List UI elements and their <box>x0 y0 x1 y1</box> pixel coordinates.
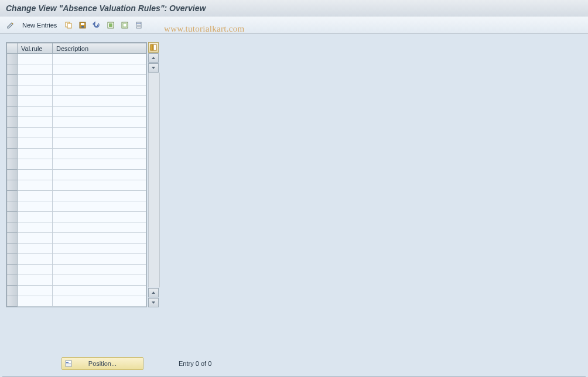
cell-description[interactable] <box>53 222 146 233</box>
cell-description[interactable] <box>53 180 146 191</box>
cell-description[interactable] <box>53 75 146 85</box>
row-selector[interactable] <box>7 296 18 307</box>
row-selector[interactable] <box>7 159 18 170</box>
cell-valrule[interactable] <box>18 149 53 159</box>
cell-description[interactable] <box>53 128 146 138</box>
copy-icon[interactable] <box>63 19 74 31</box>
cell-valrule[interactable] <box>18 201 53 212</box>
cell-valrule[interactable] <box>18 244 53 254</box>
row-selector-header[interactable] <box>7 43 18 54</box>
cell-description[interactable] <box>53 286 146 296</box>
cell-valrule[interactable] <box>18 191 53 201</box>
row-selector[interactable] <box>7 180 18 191</box>
cell-description[interactable] <box>53 296 146 307</box>
cell-valrule[interactable] <box>18 54 53 64</box>
cell-valrule[interactable] <box>18 117 53 128</box>
table-row <box>7 254 146 265</box>
cell-valrule[interactable] <box>18 170 53 180</box>
cell-description[interactable] <box>53 107 146 117</box>
cell-valrule[interactable] <box>18 180 53 191</box>
cell-valrule[interactable] <box>18 96 53 107</box>
row-selector[interactable] <box>7 201 18 212</box>
row-selector[interactable] <box>7 64 18 75</box>
row-selector[interactable] <box>7 149 18 159</box>
row-selector[interactable] <box>7 191 18 201</box>
cell-description[interactable] <box>53 149 146 159</box>
cell-description[interactable] <box>53 159 146 170</box>
table-settings-icon[interactable] <box>148 42 159 53</box>
row-selector[interactable] <box>7 244 18 254</box>
column-header-description[interactable]: Description <box>53 43 146 54</box>
table-row <box>7 191 146 201</box>
cell-valrule[interactable] <box>18 64 53 75</box>
cell-description[interactable] <box>53 138 146 149</box>
column-header-valrule[interactable]: Val.rule <box>18 43 53 54</box>
scroll-down-bottom-icon[interactable] <box>148 298 159 307</box>
deselect-all-icon[interactable] <box>119 19 131 31</box>
row-selector[interactable] <box>7 233 18 244</box>
scroll-up-icon[interactable] <box>148 53 159 63</box>
position-icon <box>64 359 73 368</box>
vertical-scroll <box>148 42 160 307</box>
row-selector[interactable] <box>7 254 18 265</box>
row-selector[interactable] <box>7 286 18 296</box>
cell-valrule[interactable] <box>18 222 53 233</box>
row-selector[interactable] <box>7 170 18 180</box>
cell-description[interactable] <box>53 85 146 96</box>
cell-description[interactable] <box>53 191 146 201</box>
cell-valrule[interactable] <box>18 212 53 222</box>
cell-valrule[interactable] <box>18 159 53 170</box>
select-all-icon[interactable] <box>105 19 117 31</box>
cell-description[interactable] <box>53 244 146 254</box>
row-selector[interactable] <box>7 75 18 85</box>
row-selector[interactable] <box>7 128 18 138</box>
edit-icon[interactable] <box>5 19 16 31</box>
save-icon[interactable] <box>77 19 88 31</box>
cell-valrule[interactable] <box>18 254 53 265</box>
row-selector[interactable] <box>7 222 18 233</box>
table-row <box>7 244 146 254</box>
scroll-down-icon[interactable] <box>148 63 159 73</box>
row-selector[interactable] <box>7 275 18 286</box>
position-button[interactable]: Position... <box>61 357 143 370</box>
cell-description[interactable] <box>53 254 146 265</box>
new-entries-button[interactable]: New Entries <box>19 20 60 30</box>
row-selector[interactable] <box>7 107 18 117</box>
row-selector[interactable] <box>7 212 18 222</box>
row-selector[interactable] <box>7 96 18 107</box>
cell-valrule[interactable] <box>18 265 53 275</box>
cell-description[interactable] <box>53 64 146 75</box>
cell-valrule[interactable] <box>18 138 53 149</box>
cell-description[interactable] <box>53 96 146 107</box>
cell-description[interactable] <box>53 275 146 286</box>
row-selector[interactable] <box>7 85 18 96</box>
cell-description[interactable] <box>53 170 146 180</box>
scroll-up-bottom-icon[interactable] <box>148 288 159 297</box>
cell-valrule[interactable] <box>18 75 53 85</box>
table-row <box>7 170 146 180</box>
scroll-track[interactable] <box>148 73 160 287</box>
cell-valrule[interactable] <box>18 107 53 117</box>
row-selector[interactable] <box>7 138 18 149</box>
table-row <box>7 107 146 117</box>
cell-valrule[interactable] <box>18 286 53 296</box>
cell-description[interactable] <box>53 201 146 212</box>
cell-valrule[interactable] <box>18 85 53 96</box>
delete-icon[interactable] <box>133 19 145 31</box>
cell-description[interactable] <box>53 265 146 275</box>
row-selector[interactable] <box>7 54 18 64</box>
row-selector[interactable] <box>7 265 18 275</box>
cell-valrule[interactable] <box>18 233 53 244</box>
cell-valrule[interactable] <box>18 128 53 138</box>
table-row <box>7 117 146 128</box>
table-row <box>7 54 146 64</box>
cell-description[interactable] <box>53 233 146 244</box>
undo-icon[interactable] <box>91 19 102 31</box>
cell-description[interactable] <box>53 117 146 128</box>
cell-description[interactable] <box>53 212 146 222</box>
svg-rect-14 <box>151 44 153 50</box>
row-selector[interactable] <box>7 117 18 128</box>
cell-valrule[interactable] <box>18 296 53 307</box>
cell-description[interactable] <box>53 54 146 64</box>
cell-valrule[interactable] <box>18 275 53 286</box>
